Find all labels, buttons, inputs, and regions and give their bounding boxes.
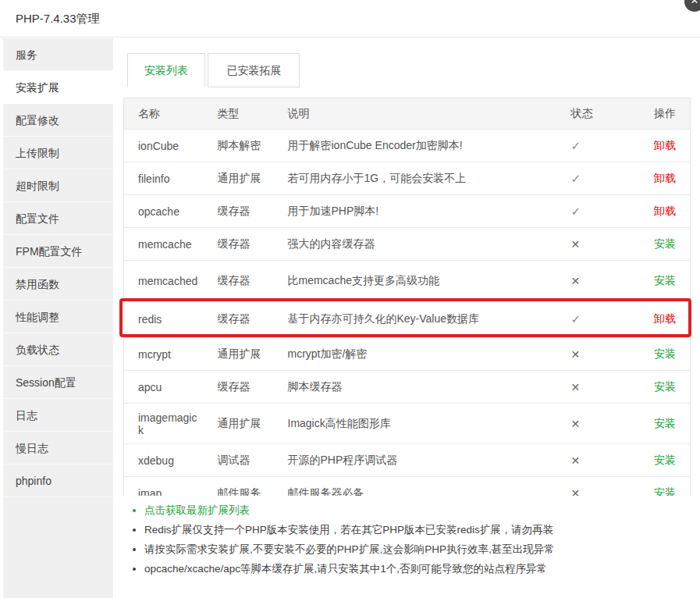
extension-status: ✕ [557,444,620,477]
table-row: apcu缓存器脚本缓存器✕安装 [124,371,691,404]
extension-type: 缓存器 [208,301,275,338]
sidebar-item-session-config[interactable]: Session配置 [3,366,113,399]
status-not-installed-icon: ✕ [571,275,581,287]
dialog-title: PHP-7.4.33管理 [16,0,100,37]
uninstall-link[interactable]: 卸载 [654,205,676,217]
status-installed-icon: ✓ [571,205,581,218]
extension-desc: 开源的PHP程序调试器 [275,444,557,477]
extension-name: fileinfo [124,162,208,195]
sidebar-item-log[interactable]: 日志 [3,399,113,432]
extension-status: ✓ [557,195,620,228]
extension-status: ✕ [557,371,620,404]
extension-type: 缓存器 [208,261,275,301]
install-link[interactable]: 安装 [654,274,676,287]
table-row: xdebug调试器开源的PHP程序调试器✕安装 [124,444,691,477]
extension-table-scroll[interactable]: 名称 类型 说明 状态 操作 ionCube脚本解密用于解密ionCube En… [123,98,691,496]
table-row: mcrypt通用扩展mcrypt加密/解密✕安装 [124,338,691,371]
extension-status: ✓ [557,162,620,195]
status-installed-icon: ✓ [571,312,581,326]
tab-installed-extensions[interactable]: 已安装拓展 [208,53,300,87]
extension-name: opcache [124,195,208,228]
install-link[interactable]: 安装 [654,417,676,429]
sidebar-item-timeout-limit[interactable]: 超时限制 [3,169,113,202]
sidebar-item-upload-limit[interactable]: 上传限制 [3,137,113,169]
table-row: ionCube脚本解密用于解密ionCube Encoder加密脚本!✓卸载 [124,130,691,162]
extension-name: imagemagick [124,404,208,444]
extension-action-cell: 安装 [620,338,691,371]
sidebar-item-fpm-config-file[interactable]: FPM配置文件 [3,235,113,268]
extension-action-cell: 安装 [620,371,691,404]
extension-status: ✕ [557,228,620,261]
extension-status: ✓ [557,301,620,338]
sidebar-item-config-edit[interactable]: 配置修改 [3,104,113,137]
extension-desc: 用于加速PHP脚本! [275,195,557,228]
extension-type: 通用扩展 [208,162,275,195]
install-link[interactable]: 安装 [654,454,676,466]
extension-action-cell: 卸载 [620,130,691,162]
extension-type: 脚本解密 [208,130,275,162]
tab-install-list[interactable]: 安装列表 [127,53,205,87]
extension-name: ionCube [124,130,208,162]
table-row: memcache缓存器强大的内容缓存器✕安装 [124,228,691,261]
status-not-installed-icon: ✕ [571,418,581,430]
table-row: imap邮件服务邮件服务器必备✕安装 [124,477,691,497]
status-installed-icon: ✓ [571,172,581,185]
extension-type: 缓存器 [208,371,275,404]
status-not-installed-icon: ✕ [571,381,581,393]
extension-name: memcached [124,261,208,301]
install-link[interactable]: 安装 [654,486,676,497]
table-row: redis缓存器基于内存亦可持久化的Key-Value数据库✓卸载 [124,301,691,338]
sidebar-item-performance-tuning[interactable]: 性能调整 [3,301,113,333]
extension-type: 缓存器 [208,195,275,228]
sidebar: 服务安装扩展配置修改上传限制超时限制配置文件FPM配置文件禁用函数性能调整负载状… [3,38,113,598]
extension-name: memcache [124,228,208,261]
status-not-installed-icon: ✕ [571,348,581,361]
install-link[interactable]: 安装 [654,237,676,250]
content-panel: 安装列表 已安装拓展 名称 类型 说明 状态 操作 ionCube脚本解密用于解… [113,38,700,598]
extension-status: ✕ [557,338,620,371]
status-not-installed-icon: ✕ [571,487,581,497]
extension-status: ✕ [557,404,620,444]
status-not-installed-icon: ✕ [571,238,581,251]
table-row: opcache缓存器用于加速PHP脚本!✓卸载 [124,195,691,228]
sidebar-item-disabled-functions[interactable]: 禁用函数 [3,268,113,301]
extension-type: 调试器 [208,444,275,477]
extension-desc: 用于解密ionCube Encoder加密脚本! [275,130,557,162]
extension-action-cell: 卸载 [620,301,691,338]
refresh-extension-list-link[interactable]: 点击获取最新扩展列表 [144,504,700,518]
sidebar-item-load-status[interactable]: 负载状态 [3,333,113,366]
extension-desc: 脚本缓存器 [275,371,557,404]
install-link[interactable]: 安装 [654,347,676,360]
uninstall-link[interactable]: 卸载 [654,172,676,184]
extension-action-cell: 安装 [620,404,691,444]
extension-type: 邮件服务 [208,477,275,497]
extension-action-cell: 卸载 [620,195,691,228]
extension-desc: 比memcache支持更多高级功能 [275,261,557,301]
sidebar-item-slow-log[interactable]: 慢日志 [3,432,113,465]
status-not-installed-icon: ✕ [571,454,581,467]
table-row: imagemagick通用扩展Imagick高性能图形库✕安装 [124,404,691,444]
sidebar-item-config-file[interactable]: 配置文件 [3,202,113,235]
extension-status: ✕ [557,477,620,497]
header-action: 操作 [620,98,691,130]
install-link[interactable]: 安装 [654,380,676,393]
extension-desc: 若可用内存小于1G，可能会安装不上 [275,162,557,195]
table-row: fileinfo通用扩展若可用内存小于1G，可能会安装不上✓卸载 [124,162,691,195]
header-status: 状态 [557,98,620,130]
sidebar-item-phpinfo[interactable]: phpinfo [3,465,113,497]
uninstall-link[interactable]: 卸载 [654,312,676,325]
note-item: 请按实际需求安装扩展,不要安装不必要的PHP扩展,这会影响PHP执行效率,甚至出… [144,543,700,557]
extension-desc: 基于内存亦可持久化的Key-Value数据库 [275,301,557,338]
extension-desc: mcrypt加密/解密 [275,338,557,371]
uninstall-link[interactable]: 卸载 [654,139,676,151]
table-row: memcached缓存器比memcache支持更多高级功能✕安装 [124,261,691,301]
header-name: 名称 [124,98,208,130]
extension-action-cell: 安装 [620,228,691,261]
status-installed-icon: ✓ [571,139,581,152]
dialog-titlebar: PHP-7.4.33管理 [0,0,700,37]
table-header-row: 名称 类型 说明 状态 操作 [124,98,691,130]
extension-status: ✓ [557,130,620,162]
sidebar-item-install-extensions[interactable]: 安装扩展 [3,71,113,104]
sidebar-item-service[interactable]: 服务 [3,38,113,71]
extension-action-cell: 安装 [620,444,691,477]
